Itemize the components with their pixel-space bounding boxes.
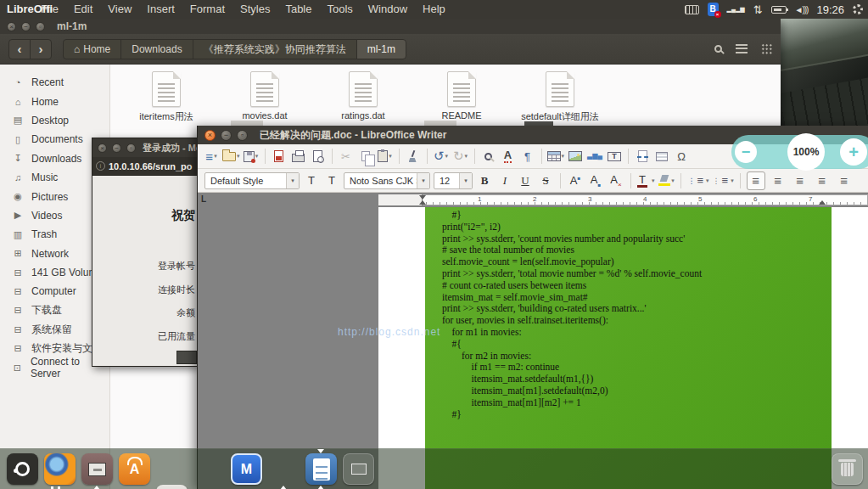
clock[interactable]: 19:26 xyxy=(816,3,844,16)
url-text[interactable]: 10.0.10.66/srun_po xyxy=(109,161,192,171)
spell-check-button[interactable]: A xyxy=(500,147,517,166)
network-arrows-icon[interactable]: ⇅ xyxy=(753,3,763,16)
file-item[interactable]: README xyxy=(426,71,497,121)
sidebar-item[interactable]: ◔ Recent xyxy=(0,73,109,92)
minimize-icon[interactable]: − xyxy=(21,22,31,31)
chevron-down-icon[interactable]: ▾ xyxy=(417,173,429,188)
print-preview-button[interactable] xyxy=(310,147,327,166)
insert-image-button[interactable] xyxy=(567,147,584,166)
cut-button[interactable]: ✂ xyxy=(338,147,355,166)
export-pdf-button[interactable] xyxy=(271,147,288,166)
first-line-indent-marker[interactable] xyxy=(419,195,426,200)
italic-button[interactable]: I xyxy=(496,174,513,188)
superscript-button[interactable]: A■ xyxy=(567,174,584,187)
special-character-button[interactable]: Ω xyxy=(673,147,690,166)
zoom-in-button[interactable]: + xyxy=(840,138,867,166)
popup-button-partial[interactable] xyxy=(176,351,197,364)
maximize-icon[interactable]: ▫ xyxy=(126,143,136,153)
find-replace-button[interactable] xyxy=(480,147,497,166)
document-area[interactable]: #}print("i2=", i2)print >> sys.stderr, '… xyxy=(198,207,868,489)
sidebar-item[interactable]: ▤ Desktop xyxy=(0,111,109,130)
close-icon[interactable]: × xyxy=(98,143,107,153)
battery-icon[interactable] xyxy=(771,6,787,14)
menu-item[interactable]: Insert xyxy=(147,3,175,15)
redo-button[interactable]: ↻▾ xyxy=(452,147,469,166)
search-icon[interactable] xyxy=(714,45,722,53)
font-color-button[interactable]: T xyxy=(637,174,647,188)
monitor-app-icon[interactable]: M xyxy=(231,453,262,485)
view-toggle-button[interactable]: ≡▾ xyxy=(203,147,220,166)
maximize-icon[interactable]: ▫ xyxy=(36,22,45,31)
firefox-icon[interactable] xyxy=(44,453,76,485)
font-size-select[interactable]: 12 ▾ xyxy=(434,172,473,189)
breadcrumb-home[interactable]: ⌂Home xyxy=(63,39,121,59)
justify-button[interactable]: ≡ xyxy=(813,172,832,189)
volume-icon[interactable]: ◄))) xyxy=(795,5,809,14)
subscript-button[interactable]: A■ xyxy=(587,173,604,188)
menu-item[interactable]: Help xyxy=(423,3,445,15)
bluetooth-icon[interactable]: B× xyxy=(708,3,719,16)
save-button[interactable]: ▾ xyxy=(243,147,260,166)
page-break-button[interactable] xyxy=(634,147,651,166)
sidebar-item[interactable]: ⌂ Home xyxy=(0,92,109,110)
breadcrumb-folder[interactable]: 《推荐系统实践》协同推荐算法 xyxy=(193,39,357,59)
print-button[interactable] xyxy=(290,147,307,166)
file-item[interactable]: movies.dat xyxy=(229,71,300,121)
undo-button[interactable]: ↺▾ xyxy=(433,147,450,166)
keyboard-icon[interactable] xyxy=(685,5,699,14)
menu-item[interactable]: Table xyxy=(285,3,311,15)
chevron-down-icon[interactable]: ▾ xyxy=(286,173,299,188)
line-spacing-button[interactable]: ≡ xyxy=(835,172,854,189)
zoom-out-button[interactable]: − xyxy=(735,141,757,163)
left-indent-marker[interactable] xyxy=(419,200,426,205)
system-settings-icon[interactable] xyxy=(156,485,188,489)
highlight-color-button[interactable]: ▾ xyxy=(658,171,675,190)
insert-field-button[interactable] xyxy=(653,147,670,166)
ubuntu-dash-icon[interactable] xyxy=(7,453,38,485)
maximize-icon[interactable]: ▫ xyxy=(237,130,248,141)
window-switcher-icon[interactable] xyxy=(343,453,374,485)
file-item[interactable]: setdefault详细用法 xyxy=(524,71,596,123)
insert-chart-button[interactable]: ▃▆▄ xyxy=(586,147,603,166)
formatting-marks-button[interactable]: ¶ xyxy=(519,147,536,166)
new-style-button[interactable]: T xyxy=(323,171,340,190)
site-info-icon[interactable]: i xyxy=(96,161,105,171)
bullet-list-button[interactable]: ⋮≡▾ xyxy=(687,174,708,187)
tab-stop-selector[interactable]: L xyxy=(201,194,206,204)
clone-formatting-button[interactable] xyxy=(405,147,422,166)
update-style-button[interactable]: T xyxy=(303,171,320,190)
back-button[interactable]: ‹ xyxy=(8,39,31,59)
open-button[interactable]: ▾ xyxy=(222,147,240,166)
menu-item[interactable]: Styles xyxy=(240,3,270,15)
paste-button[interactable]: ▾ xyxy=(377,147,394,166)
insert-textbox-button[interactable]: T xyxy=(606,147,623,166)
file-item[interactable]: iteritems用法 xyxy=(131,71,202,123)
libreoffice-writer-icon[interactable] xyxy=(305,453,337,485)
trash-icon[interactable] xyxy=(832,453,863,485)
bold-button[interactable]: B xyxy=(476,174,493,188)
minimize-icon[interactable]: − xyxy=(112,143,121,153)
file-item[interactable]: ratings.dat xyxy=(328,71,399,121)
software-center-icon[interactable]: A xyxy=(119,453,150,485)
close-icon[interactable]: × xyxy=(7,22,16,31)
insert-table-button[interactable]: ▾ xyxy=(547,147,565,166)
breadcrumb-current[interactable]: ml-1m xyxy=(356,39,406,59)
files-app-icon[interactable] xyxy=(81,453,113,485)
paragraph-style-select[interactable]: Default Style ▾ xyxy=(204,172,300,189)
menu-item[interactable]: Format xyxy=(190,3,225,15)
right-indent-marker[interactable] xyxy=(819,200,826,205)
chevron-down-icon[interactable]: ▾ xyxy=(459,173,472,188)
numbered-list-button[interactable]: ⋮≡▾ xyxy=(713,174,734,187)
menu-item[interactable]: Edit xyxy=(74,3,92,15)
menu-item[interactable]: Window xyxy=(368,3,407,15)
underline-button[interactable]: U xyxy=(517,174,534,188)
align-right-button[interactable]: ≡ xyxy=(791,172,809,189)
minimize-icon[interactable]: − xyxy=(221,130,232,141)
breadcrumb-downloads[interactable]: Downloads xyxy=(120,39,193,59)
font-name-select[interactable]: Noto Sans CJK S ▾ xyxy=(344,172,430,189)
align-left-button[interactable]: ≡ xyxy=(747,171,765,190)
menu-item[interactable]: Tools xyxy=(327,3,352,15)
copy-button[interactable] xyxy=(357,147,374,166)
close-icon[interactable]: × xyxy=(204,130,216,141)
grid-view-icon[interactable] xyxy=(761,43,772,54)
